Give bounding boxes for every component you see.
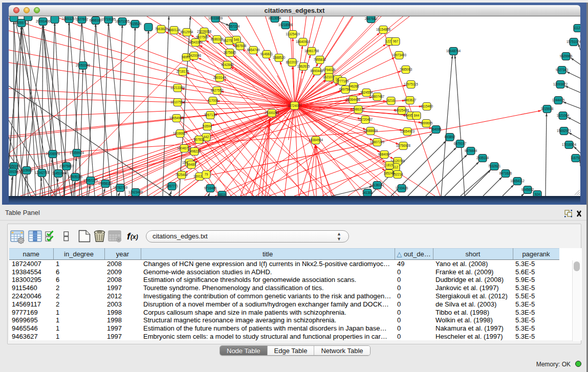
svg-text:11325419: 11325419: [286, 32, 300, 36]
svg-text:99489: 99489: [187, 163, 196, 166]
svg-text:7625402: 7625402: [176, 173, 188, 177]
svg-text:19166827: 19166827: [173, 132, 188, 135]
svg-text:8912954: 8912954: [181, 30, 193, 34]
svg-text:9777169: 9777169: [336, 79, 349, 83]
svg-text:10719185: 10719185: [101, 17, 116, 21]
svg-text:18640910: 18640910: [296, 40, 311, 43]
svg-text:16033809: 16033809: [208, 16, 223, 20]
svg-text:6794028: 6794028: [323, 68, 336, 72]
svg-text:12342757: 12342757: [35, 171, 50, 174]
svg-text:1588520: 1588520: [273, 56, 286, 59]
svg-text:20364436: 20364436: [346, 98, 361, 101]
svg-text:9146821: 9146821: [260, 52, 273, 56]
svg-text:13654923: 13654923: [400, 129, 415, 133]
svg-text:746266: 746266: [348, 84, 359, 88]
svg-text:1527602: 1527602: [76, 17, 89, 21]
svg-text:9474444: 9474444: [465, 149, 477, 152]
svg-text:20206578: 20206578: [46, 152, 60, 156]
svg-text:9657771: 9657771: [166, 184, 179, 188]
svg-text:9329966: 9329966: [560, 54, 573, 58]
svg-text:12213389: 12213389: [170, 86, 185, 90]
svg-text:893892: 893892: [444, 135, 455, 139]
svg-text:16154808: 16154808: [376, 28, 391, 31]
svg-text:17359924: 17359924: [70, 151, 84, 155]
svg-text:14136141: 14136141: [370, 183, 385, 187]
svg-text:967: 967: [393, 39, 399, 43]
svg-text:7663822: 7663822: [155, 27, 168, 31]
svg-text:19654983: 19654983: [169, 116, 184, 120]
svg-text:8660124: 8660124: [168, 28, 181, 32]
svg-text:20053346: 20053346: [76, 63, 91, 67]
svg-text:16961758: 16961758: [304, 49, 319, 53]
svg-text:15720407: 15720407: [358, 118, 373, 121]
svg-text:9716485: 9716485: [204, 186, 217, 190]
svg-text:16671355: 16671355: [115, 19, 130, 23]
svg-text:3675685: 3675685: [224, 51, 236, 54]
svg-text:141361: 141361: [362, 191, 373, 194]
svg-text:10756928: 10756928: [396, 144, 411, 147]
svg-text:15751074: 15751074: [567, 40, 580, 43]
svg-text:9115460: 9115460: [421, 104, 433, 108]
svg-text:25300293: 25300293: [265, 111, 279, 115]
svg-text:546: 546: [234, 38, 239, 41]
svg-text:12975115: 12975115: [404, 82, 418, 86]
svg-text:9227343: 9227343: [556, 68, 569, 72]
svg-text:23226058: 23226058: [197, 30, 212, 33]
svg-text:7485063: 7485063: [400, 68, 412, 71]
svg-text:8990448: 8990448: [311, 69, 323, 73]
svg-text:1244415: 1244415: [552, 98, 565, 102]
svg-text:11120: 11120: [574, 26, 580, 30]
svg-text:164095: 164095: [430, 127, 442, 131]
svg-text:2935114: 2935114: [476, 156, 489, 160]
svg-text:12093872: 12093872: [553, 82, 568, 86]
svg-text:8186328: 8186328: [211, 37, 224, 41]
svg-text:6216: 6216: [387, 99, 395, 102]
svg-text:8819: 8819: [219, 193, 226, 196]
svg-text:2718176: 2718176: [177, 70, 189, 73]
svg-text:18724007: 18724007: [287, 104, 302, 107]
svg-text:7515526: 7515526: [129, 22, 142, 26]
svg-text:8322037: 8322037: [286, 60, 299, 64]
svg-text:15692971: 15692971: [557, 129, 572, 133]
svg-text:417006: 417006: [207, 99, 219, 102]
svg-text:539154: 539154: [9, 170, 18, 173]
svg-text:867833: 867833: [193, 138, 205, 141]
svg-text:6466160: 6466160: [90, 18, 102, 22]
svg-text:14055712: 14055712: [14, 21, 29, 25]
svg-text:(x): (x): [130, 233, 138, 240]
svg-text:1362615: 1362615: [297, 64, 310, 68]
svg-text:8813054: 8813054: [269, 16, 281, 20]
svg-text:9242848: 9242848: [221, 63, 234, 67]
svg-text:12923448: 12923448: [128, 190, 143, 194]
svg-text:7357224: 7357224: [227, 25, 240, 28]
svg-text:18807249: 18807249: [370, 140, 385, 144]
svg-text:924: 924: [535, 192, 540, 196]
svg-text:10107554: 10107554: [170, 100, 185, 104]
svg-text:1621064: 1621064: [557, 114, 570, 117]
svg-text:2803144: 2803144: [213, 76, 226, 79]
svg-text:12505135: 12505135: [68, 175, 83, 179]
svg-text:23975867: 23975867: [59, 164, 74, 168]
svg-text:9899695: 9899695: [420, 121, 433, 125]
svg-text:16782759: 16782759: [113, 186, 128, 189]
svg-text:2887682: 2887682: [365, 17, 378, 20]
svg-text:17016504: 17016504: [562, 143, 577, 146]
svg-text:6479197: 6479197: [454, 142, 467, 145]
svg-text:9684067: 9684067: [378, 152, 391, 156]
svg-text:1145194: 1145194: [52, 171, 65, 175]
svg-text:79: 79: [204, 172, 208, 176]
svg-text:3215938: 3215938: [541, 107, 554, 111]
svg-text:8454749: 8454749: [247, 48, 260, 52]
svg-text:10025438: 10025438: [395, 108, 409, 112]
svg-text:8427552: 8427552: [211, 89, 224, 92]
svg-text:10807487: 10807487: [370, 95, 385, 98]
svg-text:9463627: 9463627: [404, 98, 417, 102]
svg-text:16648764: 16648764: [446, 49, 461, 53]
svg-text:8471626: 8471626: [499, 171, 512, 175]
svg-text:19218506: 19218506: [278, 23, 293, 27]
svg-text:9245652: 9245652: [521, 188, 534, 191]
svg-text:16543382: 16543382: [188, 40, 203, 44]
svg-text:7955812: 7955812: [314, 58, 326, 61]
svg-text:1815: 1815: [386, 163, 394, 167]
svg-text:10973493: 10973493: [392, 53, 407, 57]
